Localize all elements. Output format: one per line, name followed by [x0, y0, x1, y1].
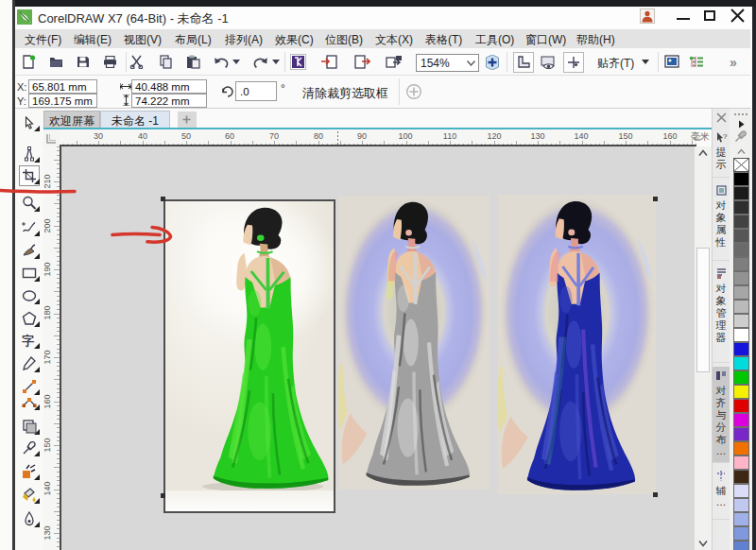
svg-text:?: ? [723, 132, 728, 141]
